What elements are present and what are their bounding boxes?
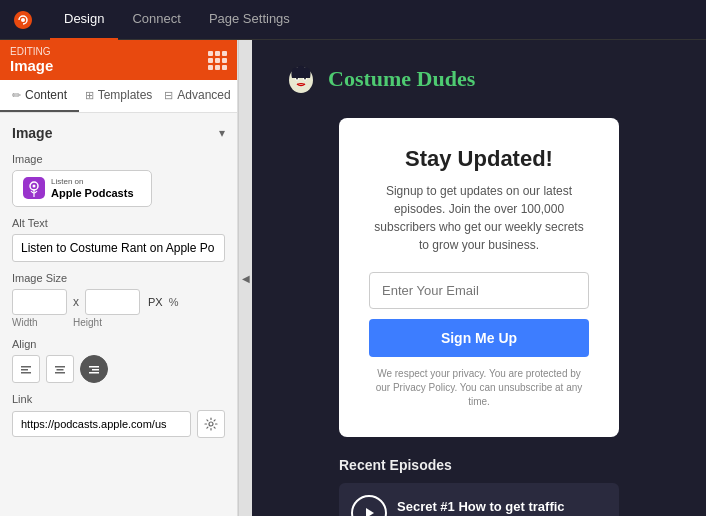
image-size-row: x PX % xyxy=(12,289,225,315)
tab-advanced[interactable]: ⊟ Advanced xyxy=(158,80,237,112)
card-description: Signup to get updates on our latest epis… xyxy=(369,182,589,254)
editing-label: EDITING xyxy=(10,46,53,57)
px-label: PX xyxy=(148,296,163,308)
height-label: Height xyxy=(73,317,134,328)
section-title: Image xyxy=(12,125,52,141)
alt-text-input[interactable] xyxy=(12,234,225,262)
height-input[interactable] xyxy=(85,289,140,315)
svg-rect-8 xyxy=(55,366,65,368)
size-labels-row: Width Height xyxy=(12,317,225,328)
align-center-icon xyxy=(54,363,66,375)
podcast-button-text: Listen on Apple Podcasts xyxy=(51,177,134,200)
width-label: Width xyxy=(12,317,73,328)
gear-icon xyxy=(204,417,218,431)
width-input[interactable] xyxy=(12,289,67,315)
sidebar-header-text: EDITING Image xyxy=(10,46,53,74)
svg-rect-6 xyxy=(21,369,28,371)
apple-podcasts-label: Apple Podcasts xyxy=(51,187,134,200)
align-buttons xyxy=(12,355,225,383)
link-settings-button[interactable] xyxy=(197,410,225,438)
svg-rect-9 xyxy=(57,369,64,371)
align-left-icon xyxy=(20,363,32,375)
pencil-icon: ✏ xyxy=(12,89,21,102)
top-navigation: Design Connect Page Settings xyxy=(0,0,706,40)
image-size-label: Image Size xyxy=(12,272,225,284)
podcast-icon xyxy=(23,177,45,199)
recent-episodes-section: Recent Episodes Secret #1 How to get tra… xyxy=(339,457,619,516)
link-field-label: Link xyxy=(12,393,225,405)
listen-label: Listen on xyxy=(51,177,134,187)
image-field-label: Image xyxy=(12,153,225,165)
tab-content[interactable]: ✏ Content xyxy=(0,80,79,112)
section-header: Image ▾ xyxy=(12,125,225,141)
templates-icon: ⊞ xyxy=(85,89,94,102)
advanced-icon: ⊟ xyxy=(164,89,173,102)
page-preview: Costume Dudes Stay Updated! Signup to ge… xyxy=(252,40,706,516)
svg-rect-11 xyxy=(89,366,99,368)
collapse-arrow-icon: ◀ xyxy=(242,273,250,284)
align-field-label: Align xyxy=(12,338,225,350)
align-right-icon xyxy=(88,363,100,375)
play-button[interactable] xyxy=(351,495,387,516)
brand-header: Costume Dudes xyxy=(272,60,475,98)
svg-point-3 xyxy=(33,185,36,188)
element-type-label: Image xyxy=(10,57,53,74)
email-input[interactable] xyxy=(369,272,589,309)
align-center-button[interactable] xyxy=(46,355,74,383)
svg-rect-10 xyxy=(55,372,65,374)
episode-info: Secret #1 How to get traffic JAN 1ST, 20… xyxy=(397,499,607,516)
link-input[interactable] xyxy=(12,411,191,437)
main-content: EDITING Image ✏ Content ⊞ Templates ⊟ Ad… xyxy=(0,40,706,516)
sidebar-header: EDITING Image xyxy=(0,40,237,80)
svg-rect-13 xyxy=(89,372,99,374)
pct-label: % xyxy=(169,296,179,308)
svg-point-0 xyxy=(21,18,25,22)
svg-point-14 xyxy=(209,422,213,426)
episode-card: Secret #1 How to get traffic JAN 1ST, 20… xyxy=(339,483,619,516)
episode-title: Secret #1 How to get traffic xyxy=(397,499,607,514)
privacy-text: We respect your privacy. You are protect… xyxy=(369,367,589,409)
signup-button[interactable]: Sign Me Up xyxy=(369,319,589,357)
sidebar-collapse-handle[interactable]: ◀ xyxy=(238,40,252,516)
sidebar-tabs: ✏ Content ⊞ Templates ⊟ Advanced xyxy=(0,80,237,113)
recent-episodes-title: Recent Episodes xyxy=(339,457,619,473)
svg-rect-12 xyxy=(92,369,99,371)
brand-logo-icon xyxy=(282,60,320,98)
svg-rect-7 xyxy=(21,372,31,374)
email-capture-card: Stay Updated! Signup to get updates on o… xyxy=(339,118,619,437)
svg-marker-20 xyxy=(366,508,374,516)
play-icon xyxy=(362,506,376,516)
apple-podcast-image[interactable]: Listen on Apple Podcasts xyxy=(12,170,152,207)
nav-tab-design[interactable]: Design xyxy=(50,0,118,40)
tab-templates[interactable]: ⊞ Templates xyxy=(79,80,158,112)
app-logo xyxy=(12,9,34,31)
card-title: Stay Updated! xyxy=(369,146,589,172)
grid-icon[interactable] xyxy=(208,51,227,70)
nav-tab-page-settings[interactable]: Page Settings xyxy=(195,0,304,40)
align-right-button[interactable] xyxy=(80,355,108,383)
align-left-button[interactable] xyxy=(12,355,40,383)
sidebar-content-panel: Image ▾ Image Listen on Apple Podcasts xyxy=(0,113,237,516)
alt-text-label: Alt Text xyxy=(12,217,225,229)
size-separator: x xyxy=(73,295,79,309)
svg-rect-5 xyxy=(21,366,31,368)
brand-name-text: Costume Dudes xyxy=(328,66,475,92)
chevron-down-icon[interactable]: ▾ xyxy=(219,126,225,140)
nav-tab-connect[interactable]: Connect xyxy=(118,0,194,40)
link-row xyxy=(12,410,225,438)
left-sidebar: EDITING Image ✏ Content ⊞ Templates ⊟ Ad… xyxy=(0,40,238,516)
